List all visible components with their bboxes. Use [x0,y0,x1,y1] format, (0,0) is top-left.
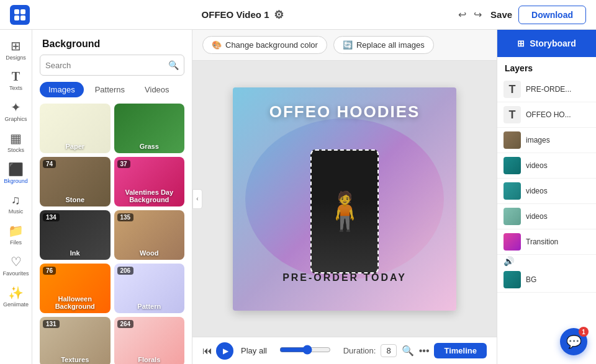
chat-icon: 💬 [566,334,582,349]
playback-controls: ⏮ ▶ [202,342,233,360]
play-all-label: Play all [241,346,267,355]
list-item[interactable]: 134Ink [40,210,111,260]
sidebar-item-stocks[interactable]: ▦ Stocks [1,127,31,157]
sidebar-item-music[interactable]: ♫ Music [1,189,31,218]
sidebar-item-files[interactable]: 📁 Files [1,220,31,249]
sidebar-item-designs[interactable]: ⊞ Designs [1,35,31,64]
layer-thumbnail: T [503,81,521,98]
list-item[interactable]: Grass [114,104,185,153]
layer-thumbnail [503,208,521,225]
search-icon: 🔍 [168,60,179,70]
layer-thumbnail [503,271,521,288]
sidebar-label-graphics: Graphics [4,116,27,122]
layer-name: Transition [526,237,590,246]
list-item[interactable]: 131Textures [40,317,111,364]
change-bg-label: Change background color [225,40,318,50]
sidebar-label-files: Files [10,239,22,246]
main: ⊞ Designs T Texts ✦ Graphics ▦ Stocks ⬛ … [0,30,596,364]
sidebar-label-texts: Texts [9,85,22,91]
layer-thumbnail [503,131,521,149]
sidebar-label-stocks: Stocks [7,147,24,153]
duration-value: 8 [381,344,396,357]
settings-icon[interactable]: ⚙ [274,8,284,22]
list-item[interactable]: 135Wood [114,210,185,260]
designs-icon: ⊞ [11,38,21,53]
background-icon: ⬛ [8,162,24,177]
layer-name: images [526,136,590,144]
timeline-button[interactable]: Timeline [434,343,487,358]
topbar: OFFEO Video 1 ⚙ ↩ ↪ Save Download [0,0,596,30]
layer-item[interactable]: videos [497,204,596,229]
sidebar-item-favourites[interactable]: ♡ Favourites [1,251,31,280]
replace-images-button[interactable]: 🔄 Replace all images [333,36,434,54]
layer-thumbnail [503,182,521,200]
sidebar-label-designs: Designs [6,55,26,61]
canvas-figure: 🧍 [310,149,379,273]
chat-badge: 1 [579,327,589,337]
sidebar-item-geniimate[interactable]: ✨ Geniimate [1,282,31,311]
undo-button[interactable]: ↩ [456,6,469,23]
list-item[interactable]: Paper [40,104,111,153]
topbar-right: ↩ ↪ Save Download [456,6,586,24]
left-sidebar: ⊞ Designs T Texts ✦ Graphics ▦ Stocks ⬛ … [0,30,32,364]
music-icon: ♫ [11,193,20,207]
play-button[interactable]: ▶ [216,342,233,360]
graphics-icon: ✦ [11,100,21,115]
skip-back-button[interactable]: ⏮ [202,345,212,357]
sidebar-label-favourites: Favourites [2,270,29,277]
layer-item[interactable]: Transition [497,229,596,255]
layers-header: Layers [497,57,596,77]
sidebar-label-background: Bkground [4,178,28,184]
tab-videos[interactable]: Videos [136,82,178,97]
canvas-wrapper: ‹ OFFEO HOODIES 🧍 PRE-ORDER TODAY [192,61,497,337]
figure-icon: 🧍 [322,189,368,233]
layer-thumbnail [503,233,521,251]
sidebar-item-background[interactable]: ⬛ Bkground [1,158,31,188]
layer-thumbnail [503,157,521,174]
list-item[interactable]: 76Halloween Background [40,264,111,313]
svg-rect-1 [20,9,25,14]
more-options-button[interactable]: ••• [419,345,430,357]
favourites-icon: ♡ [11,254,22,269]
layer-item[interactable]: videos [497,153,596,179]
search-input[interactable] [45,61,168,70]
tab-patterns[interactable]: Patterns [86,82,133,97]
redo-button[interactable]: ↪ [471,6,484,23]
change-background-button[interactable]: 🎨 Change background color [202,36,327,54]
save-button[interactable]: Save [490,9,512,20]
topbar-center: OFFEO Video 1 ⚙ [202,8,284,22]
layer-item[interactable]: T OFFEO HO... [497,102,596,128]
layer-name: videos [526,187,590,195]
list-item[interactable]: 74Stone [40,157,111,206]
layer-item[interactable]: BG [497,267,596,293]
layer-item[interactable]: videos [497,179,596,204]
layer-name: videos [526,161,590,170]
files-icon: 📁 [8,223,24,238]
timeline-slider[interactable] [279,345,331,357]
canvas-title: OFFEO HOODIES [233,102,456,122]
tab-images[interactable]: Images [40,82,84,97]
sidebar-item-graphics[interactable]: ✦ Graphics [1,96,31,126]
layer-item[interactable]: images [497,128,596,153]
layer-item[interactable]: T PRE-ORDE... [497,77,596,102]
topbar-left [10,5,30,25]
download-button[interactable]: Download [518,6,586,24]
video-title: OFFEO Video 1 [202,9,269,20]
layer-name: videos [526,212,590,221]
tab-bar: Images Patterns Videos [32,82,192,97]
sidebar-item-texts[interactable]: T Texts [1,66,31,95]
list-item[interactable]: 37Valentines Day Background [114,157,185,206]
playhead-input[interactable] [279,345,331,355]
layer-audio-icon: 🔊 [497,255,596,267]
canvas-toolbar: 🎨 Change background color 🔄 Replace all … [192,30,497,61]
layers-list: T PRE-ORDE... T OFFEO HO... images video… [497,77,596,364]
list-item[interactable]: 206Pattern [114,264,185,313]
storyboard-button[interactable]: ⊞ Storyboard [497,30,596,57]
collapse-panel-button[interactable]: ‹ [192,189,202,209]
canvas[interactable]: OFFEO HOODIES 🧍 PRE-ORDER TODAY [233,87,456,311]
layer-name: PRE-ORDE... [526,85,590,94]
svg-rect-2 [14,16,19,20]
chat-button[interactable]: 💬 1 [560,328,587,355]
list-item[interactable]: 264Florals [114,317,185,364]
zoom-button[interactable]: 🔍 [402,345,414,357]
